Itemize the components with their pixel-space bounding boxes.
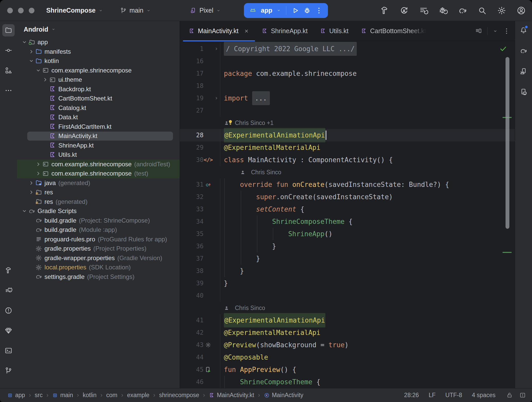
gradle-sync-icon[interactable] xyxy=(458,6,467,15)
tree-item-build-gradle[interactable]: build.gradle(Project: ShrineCompose) xyxy=(17,216,180,225)
chevron-right-icon[interactable] xyxy=(35,161,42,168)
split-editor-icon[interactable] xyxy=(475,28,482,35)
tree-item-com-example-shrinecompose[interactable]: com.example.shrinecompose xyxy=(17,66,180,75)
tree-item-app[interactable]: app xyxy=(17,38,180,47)
search-icon[interactable] xyxy=(478,6,487,15)
run-preview-gutter-icon[interactable] xyxy=(205,366,212,373)
build-hammer-icon[interactable] xyxy=(380,6,389,15)
tool-window-button-device-manager[interactable] xyxy=(517,65,530,78)
chevron-down-icon[interactable] xyxy=(21,208,28,214)
encoding[interactable]: UTF-8 xyxy=(445,392,462,399)
tree-item-gradle-scripts[interactable]: Gradle Scripts xyxy=(17,206,180,216)
chevron-right-icon[interactable] xyxy=(28,180,35,186)
tree-item-proguard-rules-pro[interactable]: proguard-rules.pro(ProGuard Rules for ap… xyxy=(17,235,180,244)
tree-item-com-example-shrinecompose[interactable]: com.example.shrinecompose(androidTest) xyxy=(17,160,180,169)
tree-item-build-gradle[interactable]: build.gradle(Module :app) xyxy=(17,225,180,235)
tool-window-button-commit[interactable] xyxy=(2,44,15,57)
tree-item-local-properties[interactable]: local.properties(SDK Location) xyxy=(17,263,180,272)
close-icon[interactable] xyxy=(244,28,249,34)
debug-icon[interactable] xyxy=(303,7,311,14)
tab-utils-kt[interactable]: Utils.kt xyxy=(314,21,355,41)
author-label[interactable]: Chris Sinco xyxy=(251,169,281,176)
caret-position[interactable]: 28:26 xyxy=(404,392,419,399)
project-selector[interactable]: ShrineCompose xyxy=(46,7,103,14)
breadcrumb-item[interactable]: com xyxy=(106,392,117,399)
project-view-selector[interactable]: Android xyxy=(17,21,180,38)
tree-item-data-kt[interactable]: Data.kt xyxy=(17,113,180,122)
breadcrumb-item[interactable]: main xyxy=(52,392,73,399)
tree-item-cartbottomsheet-kt[interactable]: CartBottomSheet.kt xyxy=(17,94,180,103)
tree-item-settings-gradle[interactable]: settings.gradle(Project Settings) xyxy=(17,272,180,282)
inspections-ok-icon[interactable] xyxy=(499,45,507,52)
tool-window-button-running-devices[interactable] xyxy=(517,86,530,98)
tool-window-button-more-tool-windows[interactable] xyxy=(2,84,15,97)
settings-icon[interactable] xyxy=(497,6,506,15)
tree-item-kotlin[interactable]: kotlin xyxy=(17,56,180,66)
tool-window-button-app-quality-insights[interactable] xyxy=(2,324,15,337)
device-selector[interactable]: Pixel xyxy=(190,7,221,14)
breadcrumb-item[interactable]: kotlin xyxy=(83,392,97,399)
readonly-lock-icon[interactable] xyxy=(506,392,513,398)
tree-item-firstaddcartitem-kt[interactable]: FirstAddCartItem.kt xyxy=(17,122,180,132)
tool-window-button-project[interactable] xyxy=(2,24,15,36)
chevron-down-icon[interactable] xyxy=(277,8,281,13)
chevron-down-icon[interactable] xyxy=(493,29,498,34)
tool-window-button-notifications[interactable] xyxy=(517,24,530,36)
more-options-icon[interactable] xyxy=(503,28,510,35)
breadcrumb-item[interactable]: app xyxy=(7,392,25,399)
override-gutter-icon[interactable] xyxy=(205,181,212,188)
breadcrumb-item[interactable]: src xyxy=(35,392,43,399)
tab-shrineapp-kt[interactable]: ShrineApp.kt xyxy=(255,21,314,41)
author-label[interactable]: Chris Sinco xyxy=(235,305,265,312)
tool-window-button-problems[interactable] xyxy=(2,304,15,317)
chevron-down-icon[interactable] xyxy=(35,67,42,74)
tool-window-button-version-control[interactable] xyxy=(2,364,15,377)
chevron-right-icon[interactable] xyxy=(28,48,35,55)
tab-cartbottomsheet-kt[interactable]: CartBottomSheet.kt xyxy=(355,21,432,41)
more-actions-icon[interactable] xyxy=(315,7,323,14)
tool-window-button-build[interactable] xyxy=(2,264,15,277)
tree-item-catalog-kt[interactable]: Catalog.kt xyxy=(17,103,180,113)
author-label[interactable]: Chris Sinco +1 xyxy=(235,120,273,126)
tree-item-backdrop-kt[interactable]: Backdrop.kt xyxy=(17,85,180,94)
preview-settings-gutter-icon[interactable] xyxy=(205,342,211,348)
breadcrumb-item[interactable]: MainActivity.kt xyxy=(209,392,254,399)
breadcrumb-item[interactable]: MainActivity xyxy=(264,392,304,399)
tree-item-utils-kt[interactable]: Utils.kt xyxy=(17,150,180,160)
tool-window-button-gradle[interactable] xyxy=(517,45,530,57)
restart-lines-icon[interactable] xyxy=(419,6,428,15)
fold-slot[interactable] xyxy=(213,47,220,51)
indent-style[interactable]: 4 spaces xyxy=(472,392,496,399)
editor-scrollbar[interactable] xyxy=(506,57,509,229)
fold-slot[interactable] xyxy=(213,96,220,100)
exclamation-square-icon[interactable] xyxy=(519,392,526,398)
markup-gutter-icon[interactable]: </> xyxy=(204,157,213,163)
maximize-window-button[interactable] xyxy=(29,8,34,13)
code-editor[interactable]: 1/ Copyright 2022 Google LLC .../1617pac… xyxy=(180,41,515,388)
attach-debugger-icon[interactable] xyxy=(438,6,448,15)
tree-item-res[interactable]: res(generated) xyxy=(17,197,180,207)
run-icon[interactable] xyxy=(291,7,299,14)
tree-item-manifests[interactable]: manifests xyxy=(17,47,180,57)
apply-changes-icon[interactable] xyxy=(399,6,409,15)
chevron-down-icon[interactable] xyxy=(21,39,28,45)
tool-window-button-terminal[interactable] xyxy=(2,344,15,357)
tool-window-button-structure[interactable] xyxy=(2,64,15,77)
tool-window-button-logcat[interactable] xyxy=(2,284,15,297)
chevron-down-icon[interactable] xyxy=(28,58,35,64)
fold-chevron-icon[interactable] xyxy=(214,96,219,100)
chevron-right-icon[interactable] xyxy=(28,189,35,196)
breadcrumb-item[interactable]: example xyxy=(127,392,149,399)
tree-item-res[interactable]: res xyxy=(17,188,180,197)
tree-item-com-example-shrinecompose[interactable]: com.example.shrinecompose(test) xyxy=(17,169,180,178)
close-window-button[interactable] xyxy=(7,8,13,13)
minimize-window-button[interactable] xyxy=(18,8,24,13)
tree-item-mainactivity-kt[interactable]: MainActivity.kt xyxy=(17,131,180,141)
run-config-label[interactable]: app xyxy=(261,7,272,14)
tab-mainactivity-kt[interactable]: MainActivity.kt xyxy=(182,21,255,41)
breadcrumb-item[interactable]: shrinecompose xyxy=(159,392,199,399)
tree-item-shrineapp-kt[interactable]: ShrineApp.kt xyxy=(17,141,180,150)
account-icon[interactable] xyxy=(517,6,526,15)
tree-item-java[interactable]: java(generated) xyxy=(17,178,180,188)
chevron-right-icon[interactable] xyxy=(42,76,49,83)
